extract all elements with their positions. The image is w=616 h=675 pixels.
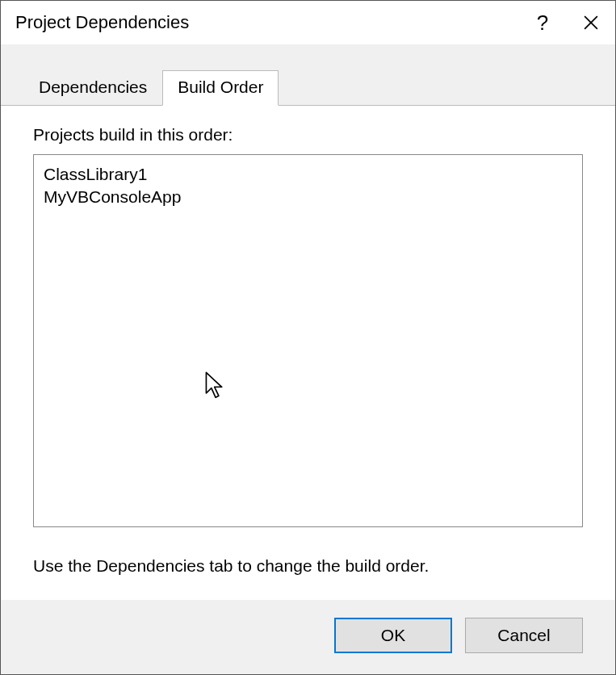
build-order-hint: Use the Dependencies tab to change the b… xyxy=(33,556,583,576)
list-item[interactable]: MyVBConsoleApp xyxy=(44,186,572,208)
tab-dependencies-label: Dependencies xyxy=(39,78,147,96)
help-icon: ? xyxy=(537,10,548,36)
tab-strip: Dependencies Build Order xyxy=(1,44,615,105)
build-order-list-label: Projects build in this order: xyxy=(33,125,583,145)
project-dependencies-dialog: Project Dependencies ? Dependencies Buil… xyxy=(0,0,616,675)
tab-dependencies[interactable]: Dependencies xyxy=(23,70,162,105)
cancel-button[interactable]: Cancel xyxy=(465,618,583,653)
build-order-panel: Projects build in this order: ClassLibra… xyxy=(1,105,615,600)
tab-build-order-label: Build Order xyxy=(178,78,263,96)
build-order-list[interactable]: ClassLibrary1 MyVBConsoleApp xyxy=(33,154,583,527)
titlebar: Project Dependencies ? xyxy=(1,1,615,44)
dialog-button-row: OK Cancel xyxy=(1,600,615,674)
help-button[interactable]: ? xyxy=(518,1,567,44)
close-icon xyxy=(584,15,598,30)
ok-button[interactable]: OK xyxy=(334,618,452,653)
dialog-title: Project Dependencies xyxy=(15,12,518,33)
tab-build-order[interactable]: Build Order xyxy=(162,70,279,106)
client-area: Dependencies Build Order Projects build … xyxy=(1,44,615,674)
list-item[interactable]: ClassLibrary1 xyxy=(44,163,572,186)
close-button[interactable] xyxy=(567,1,615,44)
